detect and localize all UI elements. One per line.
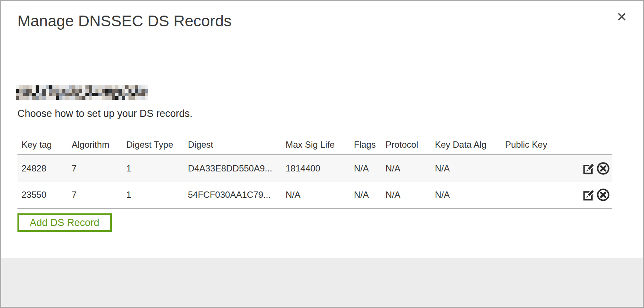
cell-protocol: N/A [386, 163, 435, 174]
column-header: Key tag [22, 140, 72, 150]
cell-key-tag: 24828 [22, 163, 72, 174]
cell-algorithm: 7 [72, 163, 126, 174]
cell-flags: N/A [354, 190, 386, 200]
table-header-row: Key tagAlgorithmDigest TypeDigestMax Sig… [17, 135, 612, 154]
cell-algorithm: 7 [72, 190, 126, 200]
page-title: Manage DNSSEC DS Records [17, 12, 232, 30]
column-header: Digest Type [126, 140, 188, 150]
cell-flags: N/A [354, 163, 386, 174]
column-header: Max Sig Life [286, 140, 354, 150]
cell-digest-type: 1 [126, 163, 188, 174]
cell-key-tag: 23550 [22, 190, 72, 200]
table-body: 24828 7 1 D4A33E8DD550A9... 1814400 N/A … [17, 154, 612, 209]
delete-icon[interactable] [596, 161, 610, 176]
edit-icon[interactable] [582, 161, 596, 176]
column-header: Public Key [505, 140, 582, 150]
cell-key-data-alg: N/A [435, 163, 505, 174]
cell-digest-type: 1 [126, 190, 188, 200]
cell-protocol: N/A [386, 190, 435, 200]
add-ds-record-button[interactable]: Add DS Record [17, 213, 112, 232]
table-row: 24828 7 1 D4A33E8DD550A9... 1814400 N/A … [17, 155, 612, 182]
column-header: Algorithm [72, 140, 126, 150]
column-header: Key Data Alg [435, 140, 505, 150]
table-row: 23550 7 1 54FCF030AA1C79... N/A N/A N/A … [17, 182, 612, 208]
row-actions [582, 188, 615, 202]
modal-footer: Save Cancel [1, 258, 643, 307]
cell-max-sig-life: N/A [286, 190, 354, 200]
column-header: Digest [188, 140, 286, 150]
close-icon[interactable] [615, 11, 628, 23]
column-header: Protocol [386, 140, 435, 150]
cell-max-sig-life: 1814400 [286, 163, 354, 174]
cell-digest: 54FCF030AA1C79... [188, 190, 286, 200]
column-header: Flags [354, 140, 386, 150]
delete-icon[interactable] [596, 188, 610, 202]
edit-icon[interactable] [582, 188, 596, 202]
cell-digest: D4A33E8DD550A9... [188, 163, 286, 174]
row-actions [582, 161, 615, 176]
cell-key-data-alg: N/A [435, 190, 505, 200]
redacted-domain-name [16, 85, 148, 100]
dnssec-modal: Manage DNSSEC DS Records Choose how to s… [0, 0, 644, 308]
instruction-text: Choose how to set up your DS records. [17, 108, 192, 119]
ds-records-table: Key tagAlgorithmDigest TypeDigestMax Sig… [17, 135, 612, 209]
